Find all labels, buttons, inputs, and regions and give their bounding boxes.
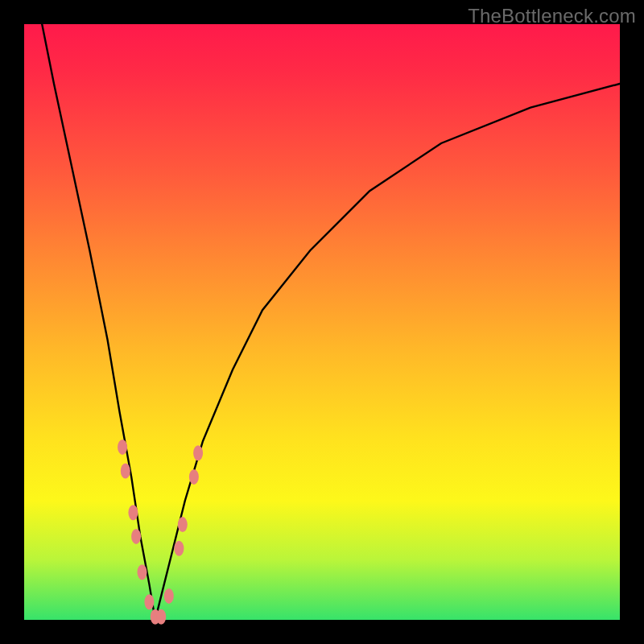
curve-svg bbox=[24, 24, 620, 620]
pink-bead bbox=[178, 517, 188, 532]
pink-bead bbox=[128, 505, 138, 520]
pink-bead bbox=[156, 609, 166, 625]
pink-bead bbox=[193, 445, 203, 460]
curve-layer bbox=[42, 24, 620, 620]
pink-bead bbox=[138, 564, 147, 580]
plot-area bbox=[24, 24, 620, 620]
chart-frame: TheBottleneck.com bbox=[0, 0, 644, 644]
pink-bead bbox=[164, 588, 174, 604]
pink-bead bbox=[131, 529, 141, 544]
pink-bead bbox=[121, 464, 130, 479]
pink-bead bbox=[118, 440, 127, 455]
pink-bead bbox=[174, 541, 184, 556]
pink-bead bbox=[144, 594, 154, 609]
pink-bead bbox=[189, 469, 199, 485]
bottleneck-curve bbox=[42, 24, 620, 620]
